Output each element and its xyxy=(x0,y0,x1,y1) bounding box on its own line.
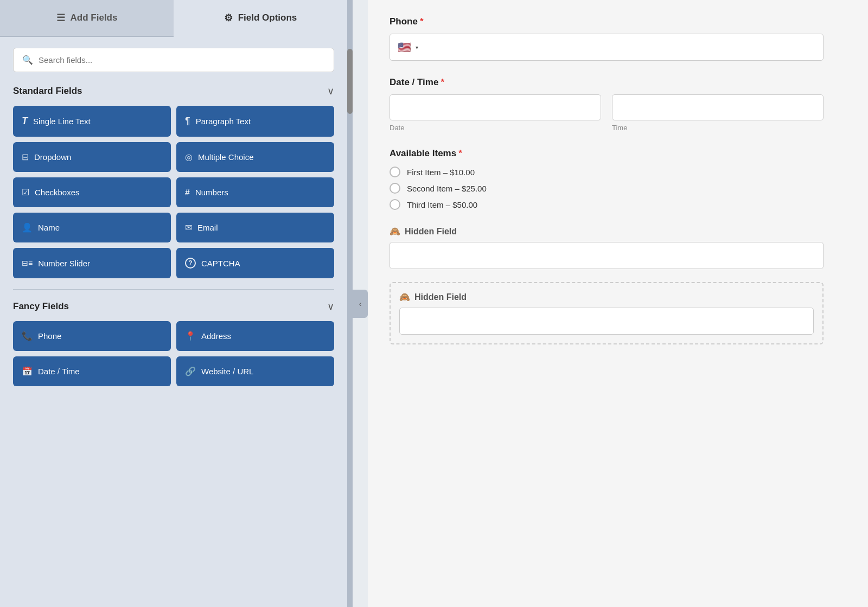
flag-icon: 🇺🇸 xyxy=(398,41,411,54)
add-fields-icon: ☰ xyxy=(56,12,65,24)
name-icon: 👤 xyxy=(22,222,33,233)
field-btn-phone[interactable]: 📞 Phone xyxy=(13,321,171,351)
radio-circle-1 xyxy=(390,167,400,177)
field-btn-numbers[interactable]: # Numbers xyxy=(176,177,334,207)
numbers-icon: # xyxy=(185,188,190,197)
hidden-field-1-section: 🙈 Hidden Field xyxy=(390,226,846,269)
hidden-field-1-label: 🙈 Hidden Field xyxy=(390,226,846,237)
search-icon: 🔍 xyxy=(22,55,33,65)
phone-label: Phone * xyxy=(390,16,846,27)
datetime-label: Date / Time * xyxy=(390,77,846,88)
fancy-fields-chevron[interactable]: ∨ xyxy=(327,301,334,312)
website-url-icon: 🔗 xyxy=(185,366,196,376)
address-icon: 📍 xyxy=(185,331,196,341)
radio-item-3[interactable]: Third Item – $50.00 xyxy=(390,199,846,210)
hidden-field-2-eye-icon: 🙈 xyxy=(399,292,410,302)
left-panel: ☰ Add Fields ⚙ Field Options 🔍 Standard … xyxy=(0,0,347,607)
datetime-row: Date Time xyxy=(390,94,824,132)
time-field: Time xyxy=(612,94,824,132)
hidden-field-1-eye-icon: 🙈 xyxy=(390,226,400,237)
tab-bar: ☰ Add Fields ⚙ Field Options xyxy=(0,0,347,37)
flag-dropdown-arrow[interactable]: ▾ xyxy=(416,44,418,50)
standard-fields-chevron[interactable]: ∨ xyxy=(327,85,334,97)
field-btn-multiple-choice[interactable]: ◎ Multiple Choice xyxy=(176,142,334,172)
available-items-section: Available Items * First Item – $10.00 Se… xyxy=(390,148,846,210)
phone-input-row: 🇺🇸 ▾ xyxy=(390,34,824,61)
field-btn-address[interactable]: 📍 Address xyxy=(176,321,334,351)
left-content: 🔍 Standard Fields ∨ T Single Line Text ¶… xyxy=(0,37,347,607)
email-icon: ✉ xyxy=(185,222,192,233)
hidden-field-2-label: 🙈 Hidden Field xyxy=(399,292,814,302)
field-btn-date-time[interactable]: 📅 Date / Time xyxy=(13,356,171,386)
number-slider-icon: ⊟≡ xyxy=(22,259,33,267)
collapse-button[interactable]: ‹ xyxy=(353,290,368,318)
fancy-fields-title: Fancy Fields xyxy=(13,301,69,312)
field-btn-email[interactable]: ✉ Email xyxy=(176,213,334,242)
tab-field-options[interactable]: ⚙ Field Options xyxy=(174,0,347,37)
scrollbar-track[interactable] xyxy=(347,0,353,607)
date-input[interactable] xyxy=(390,94,601,120)
standard-fields-title: Standard Fields xyxy=(13,86,82,97)
date-time-icon: 📅 xyxy=(22,366,33,376)
collapse-arrow-icon: ‹ xyxy=(359,299,362,308)
checkboxes-icon: ☑ xyxy=(22,187,29,197)
phone-section: Phone * 🇺🇸 ▾ xyxy=(390,16,846,61)
tab-field-options-label: Field Options xyxy=(238,12,297,23)
field-btn-dropdown[interactable]: ⊟ Dropdown xyxy=(13,142,171,172)
datetime-required-star: * xyxy=(441,77,444,88)
phone-icon: 📞 xyxy=(22,331,33,341)
section-divider xyxy=(13,289,334,290)
hidden-field-2-input[interactable] xyxy=(399,308,814,335)
dropdown-icon: ⊟ xyxy=(22,152,29,162)
available-items-required-star: * xyxy=(458,148,462,159)
multiple-choice-icon: ◎ xyxy=(185,152,193,162)
search-input[interactable] xyxy=(39,55,325,65)
field-btn-checkboxes[interactable]: ☑ Checkboxes xyxy=(13,177,171,207)
hidden-field-1-input[interactable] xyxy=(390,242,824,269)
field-btn-name[interactable]: 👤 Name xyxy=(13,213,171,242)
field-btn-single-line-text[interactable]: T Single Line Text xyxy=(13,106,171,137)
standard-fields-header: Standard Fields ∨ xyxy=(13,85,334,97)
fancy-fields-grid: 📞 Phone 📍 Address 📅 Date / Time 🔗 Websit… xyxy=(13,321,334,386)
field-btn-website-url[interactable]: 🔗 Website / URL xyxy=(176,356,334,386)
radio-circle-3 xyxy=(390,199,400,210)
standard-fields-grid: T Single Line Text ¶ Paragraph Text ⊟ Dr… xyxy=(13,106,334,278)
radio-item-1[interactable]: First Item – $10.00 xyxy=(390,167,846,177)
scrollbar-thumb[interactable] xyxy=(347,49,353,114)
field-options-icon: ⚙ xyxy=(224,12,233,24)
phone-required-star: * xyxy=(420,16,424,27)
field-btn-paragraph-text[interactable]: ¶ Paragraph Text xyxy=(176,106,334,137)
right-panel: Phone * 🇺🇸 ▾ Date / Time * Date Time Ava xyxy=(368,0,868,607)
hidden-field-2-section: 🙈 Hidden Field xyxy=(390,282,824,344)
date-sublabel: Date xyxy=(390,124,601,132)
radio-circle-2 xyxy=(390,183,400,194)
tab-add-fields[interactable]: ☰ Add Fields xyxy=(0,0,174,36)
captcha-icon: ? xyxy=(185,258,196,269)
search-box: 🔍 xyxy=(13,48,334,72)
time-input[interactable] xyxy=(612,94,824,120)
fancy-fields-header: Fancy Fields ∨ xyxy=(13,301,334,312)
available-items-label: Available Items * xyxy=(390,148,846,159)
field-btn-captcha[interactable]: ? CAPTCHA xyxy=(176,248,334,278)
field-btn-number-slider[interactable]: ⊟≡ Number Slider xyxy=(13,248,171,278)
single-line-text-icon: T xyxy=(22,116,28,127)
paragraph-text-icon: ¶ xyxy=(185,116,190,127)
time-sublabel: Time xyxy=(612,124,824,132)
datetime-section: Date / Time * Date Time xyxy=(390,77,846,132)
tab-add-fields-label: Add Fields xyxy=(71,12,118,23)
radio-item-2[interactable]: Second Item – $25.00 xyxy=(390,183,846,194)
date-field: Date xyxy=(390,94,601,132)
